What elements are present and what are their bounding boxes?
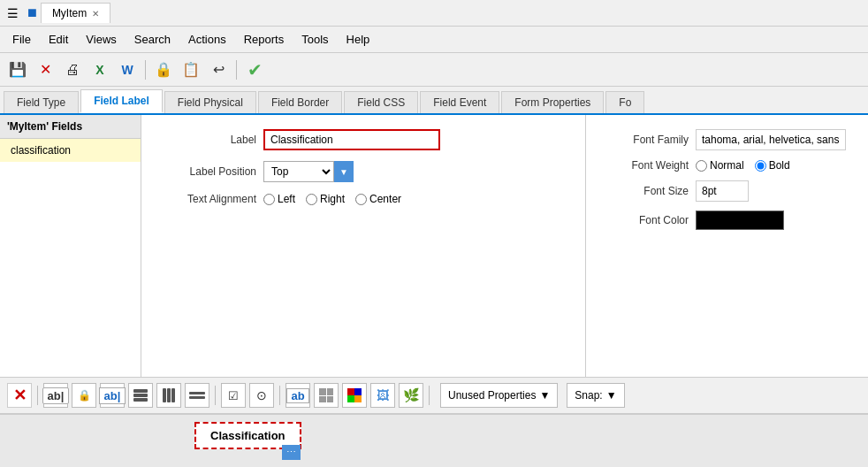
delete-button[interactable]: ✕ xyxy=(7,383,32,408)
classification-field-canvas[interactable]: Classification ⋯ xyxy=(194,422,301,449)
toolbar-separator-2 xyxy=(236,60,237,80)
properties-panel: Label Label Position Top Left Right Bott… xyxy=(141,115,585,377)
lock-icon: 🔒 xyxy=(78,389,91,402)
lock-button[interactable]: 🔒 xyxy=(151,57,176,82)
bottom-separator-1 xyxy=(37,386,38,405)
menu-views[interactable]: Views xyxy=(77,29,125,50)
layout3-button[interactable] xyxy=(185,383,209,408)
weight-normal-label: Normal xyxy=(710,159,744,172)
print-button[interactable]: 🖨 xyxy=(60,57,85,82)
unused-properties-label: Unused Properties xyxy=(448,389,536,402)
layout2-button[interactable] xyxy=(156,383,181,408)
align-left-label: Left xyxy=(278,193,295,205)
toolbar-separator-1 xyxy=(145,60,146,80)
align-center-label: Center xyxy=(369,193,401,205)
font-color-swatch[interactable] xyxy=(696,211,784,230)
menu-help[interactable]: Help xyxy=(338,29,379,50)
label-position-dropdown-arrow[interactable]: ▼ xyxy=(334,161,354,182)
confirm-button[interactable]: ✔ xyxy=(242,57,267,82)
title-tab-myitem[interactable]: MyItem ✕ xyxy=(41,3,110,23)
label-position-select[interactable]: Top Left Right Bottom xyxy=(263,161,334,182)
menu-bar: File Edit Views Search Actions Reports T… xyxy=(0,27,868,53)
snap-label: Snap: xyxy=(575,389,602,402)
weight-bold-option[interactable]: Bold xyxy=(755,159,790,172)
font-weight-row: Font Weight Normal Bold xyxy=(600,159,854,172)
tab-extra[interactable]: Fo xyxy=(605,91,644,113)
align-center-option[interactable]: Center xyxy=(355,193,401,205)
menu-search[interactable]: Search xyxy=(126,29,179,50)
menu-actions[interactable]: Actions xyxy=(179,29,235,50)
tab-label: MyItem xyxy=(52,7,87,19)
align-right-option[interactable]: Right xyxy=(306,193,345,205)
font-size-input[interactable] xyxy=(696,180,749,202)
align-left-radio[interactable] xyxy=(263,194,275,205)
field-item-classification[interactable]: classification xyxy=(0,139,141,162)
text-field-button[interactable]: ab| xyxy=(43,383,68,408)
tab-field-event[interactable]: Field Event xyxy=(420,91,499,113)
undo-button[interactable]: ↩ xyxy=(206,57,231,82)
grid-button[interactable] xyxy=(314,383,339,408)
align-right-radio[interactable] xyxy=(306,194,317,205)
tab-field-physical[interactable]: Field Physical xyxy=(164,91,256,113)
font-color-row: Font Color xyxy=(600,211,854,230)
word-button[interactable]: W xyxy=(115,57,140,82)
checkbox-button[interactable]: ☑ xyxy=(221,383,246,408)
main-area: 'MyItem' Fields classification Label Lab… xyxy=(0,115,868,377)
label-row: Label xyxy=(159,129,567,150)
tab-field-css[interactable]: Field CSS xyxy=(344,91,418,113)
align-left-option[interactable]: Left xyxy=(263,193,295,205)
font-family-input[interactable] xyxy=(696,129,846,150)
save-button[interactable]: 💾 xyxy=(5,57,30,82)
tab-form-properties[interactable]: Form Properties xyxy=(501,91,604,113)
radio-button-tool[interactable]: ⊙ xyxy=(249,383,274,408)
snap-dropdown[interactable]: Snap: ▼ xyxy=(567,383,624,408)
canvas-field-label: Classification xyxy=(210,429,286,442)
tab-field-label[interactable]: Field Label xyxy=(80,89,163,113)
text-icon: ab| xyxy=(42,387,70,404)
unused-properties-arrow: ▼ xyxy=(539,389,550,402)
font-family-label: Font Family xyxy=(600,134,689,146)
tree-button[interactable]: 🌿 xyxy=(399,383,423,408)
color-grid-button[interactable] xyxy=(342,383,367,408)
canvas-field-handle[interactable]: ⋯ xyxy=(282,445,301,460)
colored-text-button[interactable]: ab xyxy=(286,383,310,408)
menu-tools[interactable]: Tools xyxy=(293,29,337,50)
bottom-separator-2 xyxy=(215,386,216,405)
cancel-button[interactable]: ✕ xyxy=(33,57,57,82)
canvas-area: Classification ⋯ xyxy=(0,414,868,467)
label-button[interactable]: ab| xyxy=(100,383,125,408)
colored-ab-icon: ab xyxy=(286,388,308,403)
menu-file[interactable]: File xyxy=(4,29,40,50)
font-family-row: Font Family xyxy=(600,129,854,150)
tab-field-border[interactable]: Field Border xyxy=(258,91,342,113)
menu-reports[interactable]: Reports xyxy=(235,29,293,50)
label-field-label: Label xyxy=(159,134,256,146)
toolbar: 💾 ✕ 🖨 X W 🔒 📋 ↩ ✔ xyxy=(0,53,868,87)
menu-edit[interactable]: Edit xyxy=(40,29,77,50)
weight-normal-radio[interactable] xyxy=(696,160,707,172)
label-position-row: Label Position Top Left Right Bottom ▼ xyxy=(159,161,567,182)
lock-field-button[interactable]: 🔒 xyxy=(72,383,96,408)
label-position-label: Label Position xyxy=(159,165,256,178)
tab-close-icon[interactable]: ✕ xyxy=(92,9,99,19)
label-input[interactable] xyxy=(263,129,440,150)
weight-bold-label: Bold xyxy=(769,159,790,172)
align-center-radio[interactable] xyxy=(355,194,367,205)
font-weight-group: Normal Bold xyxy=(696,159,790,172)
label-icon: ab| xyxy=(99,387,126,404)
font-color-label: Font Color xyxy=(600,214,689,226)
title-bar: ☰ ■ MyItem ✕ xyxy=(0,0,868,27)
unused-properties-dropdown[interactable]: Unused Properties ▼ xyxy=(440,383,558,408)
image-button[interactable]: 🖼 xyxy=(370,383,395,408)
weight-normal-option[interactable]: Normal xyxy=(696,159,744,172)
paste-button[interactable]: 📋 xyxy=(179,57,203,82)
weight-bold-radio[interactable] xyxy=(755,160,766,172)
text-alignment-group: Left Right Center xyxy=(263,193,401,205)
font-size-label: Font Size xyxy=(600,185,689,197)
layout1-button[interactable] xyxy=(128,383,153,408)
tab-field-type[interactable]: Field Type xyxy=(4,91,79,113)
hamburger-menu[interactable]: ☰ xyxy=(7,6,19,20)
excel-button[interactable]: X xyxy=(88,57,112,82)
font-properties-panel: Font Family Font Weight Normal Bold Font… xyxy=(585,115,868,377)
grid-icon xyxy=(319,388,333,402)
